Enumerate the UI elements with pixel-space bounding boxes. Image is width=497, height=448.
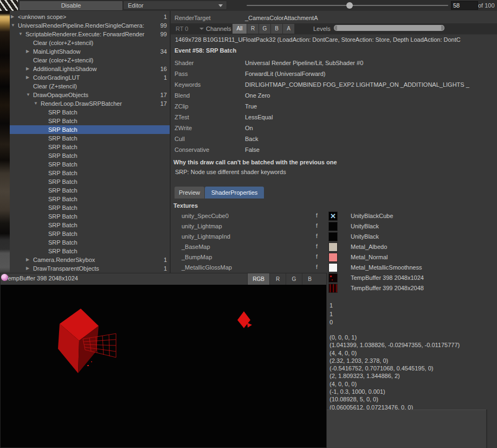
texture-row[interactable]: unity_LightmapfUnityBlack (171, 221, 497, 232)
foldout-collapsed-icon[interactable]: ▶ (11, 12, 14, 21)
vector-value: (10.08928, 5, 0, 0) (330, 395, 460, 403)
texture-property-name: _MetallicGlossMap (182, 264, 232, 271)
tree-row[interactable]: SRP Batch (10, 134, 170, 143)
chevron-down-icon (218, 4, 223, 7)
preview-channel-button-rgb[interactable]: RGB (247, 273, 269, 285)
target-selector-label: Editor (128, 2, 144, 9)
foldout-expanded-icon[interactable]: ▼ (34, 99, 38, 108)
tree-row-label: SRP Batch (48, 229, 78, 238)
levels-range-slider[interactable] (334, 25, 444, 31)
rt-index-dropdown[interactable]: RT 0 (173, 24, 202, 33)
tree-row[interactable]: SRP Batch (10, 229, 170, 238)
foldout-expanded-icon[interactable]: ▼ (18, 30, 23, 39)
texture-preview-header[interactable]: TempBuffer 398 2048x1024 RGBRGBA (1, 273, 326, 285)
tree-row[interactable]: SRP Batch (10, 221, 170, 229)
tree-row[interactable]: SRP Batch (10, 151, 170, 160)
tree-row-label: Clear (color+Z+stencil) (33, 56, 93, 65)
texture-flag: f (316, 213, 318, 219)
foldout-expanded-icon[interactable]: ▼ (26, 91, 30, 99)
preview-channel-button-b[interactable]: B (302, 273, 317, 285)
levels-min-handle[interactable] (334, 25, 337, 30)
tree-row[interactable]: ▼ScriptableRenderer.Execute: ForwardRend… (10, 30, 170, 39)
channel-button-b[interactable]: B (271, 24, 282, 34)
tree-row-label: SRP Batch (48, 238, 78, 247)
texture-property-name: _BaseMap (182, 244, 210, 250)
tree-row[interactable]: SRP Batch (10, 160, 170, 169)
tree-row[interactable]: SRP Batch (10, 247, 170, 255)
tree-row[interactable]: SRP Batch (10, 117, 170, 125)
tree-row[interactable]: SRP Batch (10, 143, 170, 151)
texture-row[interactable]: _BumpMapfMetal_Normal (171, 252, 497, 263)
tree-row[interactable]: ▶MainLightShadow34 (10, 47, 170, 56)
tree-row[interactable]: SRP Batch (10, 108, 170, 117)
tree-row[interactable]: ▶<unknown scope>1 (10, 12, 170, 21)
texture-preview-title: TempBuffer 398 2048x1024 (5, 275, 78, 281)
preview-channel-button-r[interactable]: R (269, 273, 286, 285)
texture-property-name: unity_Lightmap (182, 223, 222, 229)
tree-row-label: MainLightShadow (33, 47, 80, 56)
tree-row[interactable]: SRP Batch (10, 186, 170, 195)
tree-row[interactable]: ▶DrawTransparentObjects1 (10, 264, 170, 273)
frame-number-input[interactable] (451, 1, 478, 10)
tab-preview[interactable]: Preview (175, 187, 204, 199)
texture-asset-name: Metal_Normal (351, 254, 388, 260)
texture-flag: f (316, 223, 318, 229)
tree-row[interactable]: SRP Batch (10, 195, 170, 203)
tree-row[interactable]: SRP Batch (10, 238, 170, 247)
foldout-collapsed-icon[interactable]: ▶ (26, 65, 29, 73)
frame-slider-knob[interactable] (346, 2, 353, 9)
tree-row[interactable]: SRP Batch (10, 169, 170, 177)
tree-row-label: SRP Batch (48, 177, 78, 186)
foldout-collapsed-icon[interactable]: ▶ (26, 264, 29, 273)
foldout-collapsed-icon[interactable]: ▶ (26, 255, 29, 264)
texture-row[interactable]: _MetallicGlossMapfMetal_MetallicSmoothne… (171, 263, 497, 273)
tree-row[interactable]: ▶AdditionalLightsShadow16 (10, 65, 170, 73)
channel-button-all[interactable]: All (233, 24, 247, 34)
channels-label: Channels (206, 25, 231, 32)
texture-preview-window: TempBuffer 398 2048x1024 RGBRGBA (0, 273, 327, 448)
tree-row-label: ColorGradingLUT (33, 73, 80, 82)
detail-key: ZTest (175, 112, 189, 123)
tree-row[interactable]: ▶Camera.RenderSkybox1 (10, 255, 170, 264)
batching-reason-title: Why this draw call can't be batched with… (173, 159, 337, 165)
foldout-collapsed-icon[interactable]: ▶ (26, 47, 29, 56)
foldout-collapsed-icon[interactable]: ▶ (26, 73, 29, 82)
channel-button-a[interactable]: A (283, 24, 294, 34)
texture-flag: f (316, 244, 318, 249)
tree-row-label: Camera.RenderSkybox (33, 255, 95, 264)
event-detail-row: CullBack (175, 133, 494, 144)
tree-row-label: RenderLoop.DrawSRPBatcher (41, 99, 122, 108)
tree-row[interactable]: ▼RenderLoop.DrawSRPBatcher17 (10, 99, 170, 108)
texture-row[interactable]: _BaseMapfMetal_Albedo (171, 242, 497, 252)
tree-row[interactable]: Clear (color+Z+stencil) (10, 56, 170, 65)
disable-button[interactable]: Disable (19, 1, 123, 11)
tree-row[interactable]: ▼UniversalRenderPipeline.RenderSingleCam… (10, 21, 170, 30)
tree-row[interactable]: SRP Batch (10, 125, 170, 134)
tree-row-label: SRP Batch (48, 247, 78, 255)
tree-row-label: SRP Batch (48, 160, 78, 169)
levels-max-handle[interactable] (441, 25, 444, 30)
tree-row[interactable]: Clear (Z+stencil) (10, 82, 170, 91)
scrollbar-gutter (487, 409, 497, 448)
preview-channel-button-g[interactable]: G (286, 273, 302, 285)
tree-row[interactable]: ▼DrawOpaqueObjects17 (10, 91, 170, 99)
texture-row[interactable]: unity_SpecCube0f✕UnityBlackCube (171, 211, 497, 221)
tree-row[interactable]: SRP Batch (10, 177, 170, 186)
detail-key: Blend (175, 90, 190, 101)
detail-value: True (245, 101, 494, 112)
preview-channel-buttons: RGBRGBA (247, 273, 326, 285)
target-selector-dropdown[interactable]: Editor (123, 1, 227, 10)
foldout-expanded-icon[interactable]: ▼ (11, 21, 15, 30)
channel-button-r[interactable]: R (247, 24, 259, 34)
channel-button-g[interactable]: G (259, 24, 270, 34)
tree-row[interactable]: Clear (color+Z+stencil) (10, 39, 170, 47)
tree-row-count: 17 (160, 99, 167, 108)
tree-row[interactable]: SRP Batch (10, 212, 170, 221)
tree-row-label: DrawTransparentObjects (33, 264, 99, 273)
tree-row[interactable]: ▶ColorGradingLUT1 (10, 73, 170, 82)
texture-row[interactable]: unity_LightmapIndfUnityBlack (171, 232, 497, 242)
texture-property-name: unity_LightmapInd (182, 233, 230, 240)
tree-row[interactable]: SRP Batch (10, 203, 170, 212)
tab-shader-properties[interactable]: ShaderProperties (205, 187, 264, 199)
event-detail-row: ConservativeFalse (175, 144, 494, 155)
